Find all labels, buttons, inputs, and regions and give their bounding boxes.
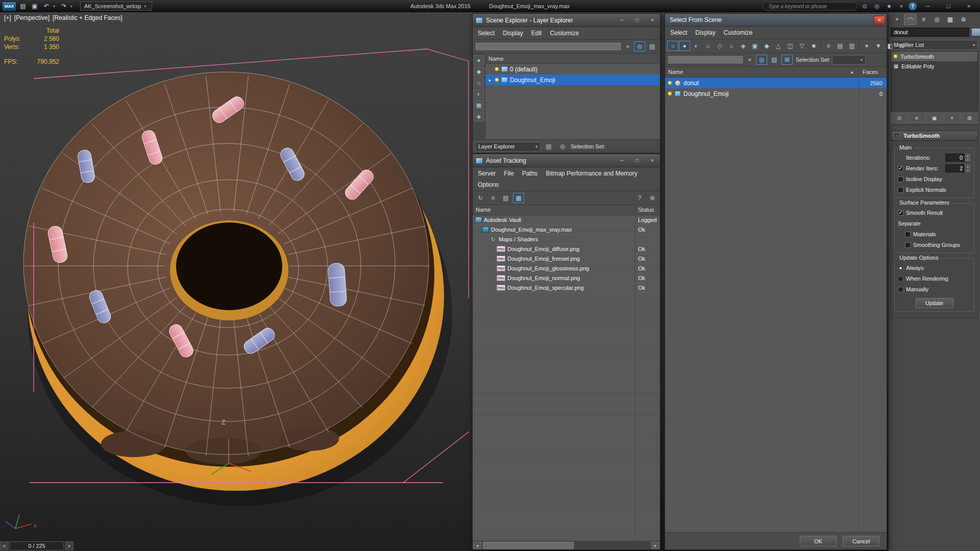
name-column-header[interactable]: Name bbox=[485, 54, 660, 64]
asset-row[interactable]: Autodesk Vault Logged bbox=[473, 215, 660, 225]
visibility-bulb-icon[interactable] bbox=[495, 78, 499, 82]
clear-search-icon[interactable]: × bbox=[745, 55, 754, 64]
filter-containers-icon[interactable]: ◫ bbox=[785, 41, 796, 51]
filter-geometry-icon[interactable]: ● bbox=[474, 55, 484, 65]
explicit-normals-checkbox[interactable] bbox=[898, 187, 903, 193]
layer-list-empty-area[interactable] bbox=[485, 85, 660, 139]
name-column-header[interactable]: Name ▲ bbox=[665, 69, 859, 75]
scene-explorer-search-input[interactable] bbox=[475, 42, 622, 51]
asset-row[interactable]: PNG Doughnut_Emoji_normal.png Ok bbox=[473, 273, 660, 283]
save-icon[interactable]: ▣ bbox=[30, 1, 40, 11]
viewport-shading-menu[interactable]: [Realistic + Edged Faces] bbox=[53, 14, 122, 21]
app-logo[interactable]: MAX bbox=[2, 2, 16, 11]
manually-radio[interactable] bbox=[898, 287, 903, 292]
maximize-button[interactable]: □ bbox=[631, 15, 643, 25]
modify-tab-icon[interactable]: ◠ bbox=[904, 14, 917, 25]
pick-selection-icon[interactable]: ◎ bbox=[557, 141, 568, 152]
filter-xrefs-icon[interactable]: ◆ bbox=[761, 41, 772, 51]
layer-row[interactable]: 0 (default) bbox=[485, 64, 660, 74]
scroll-right-button[interactable]: ▸ bbox=[651, 542, 659, 549]
clear-search-icon[interactable]: × bbox=[623, 42, 632, 51]
update-button[interactable]: Update bbox=[916, 298, 953, 308]
previous-frame-button[interactable]: < bbox=[0, 541, 9, 550]
status-column-header[interactable]: Status bbox=[635, 205, 660, 215]
name-column-header[interactable]: Name bbox=[473, 205, 635, 215]
ok-button[interactable]: OK bbox=[800, 536, 837, 546]
viewport-canvas[interactable]: Z x bbox=[0, 12, 471, 551]
menu-customize[interactable]: Customize bbox=[720, 27, 757, 38]
close-button[interactable]: × bbox=[960, 1, 978, 11]
collapse-rollout-icon[interactable]: − bbox=[894, 133, 900, 139]
asset-row[interactable]: ↻ Maps / Shaders bbox=[473, 235, 660, 244]
filter-spacewarps-icon[interactable]: ◈ bbox=[474, 111, 484, 121]
faces-column-header[interactable]: Faces bbox=[859, 69, 887, 75]
filter-lights-icon[interactable]: ☼ bbox=[474, 78, 484, 88]
grid-view-icon[interactable]: ▦ bbox=[513, 193, 524, 203]
when-rendering-radio[interactable] bbox=[898, 276, 903, 282]
redo-chevron-icon[interactable]: ▾ bbox=[70, 4, 75, 9]
filter-geometry-icon[interactable]: ● bbox=[679, 41, 690, 51]
menu-edit[interactable]: Edit bbox=[527, 28, 546, 39]
column-chooser-icon[interactable]: ◧ bbox=[885, 41, 896, 51]
search-mode-icon[interactable]: ◎ bbox=[756, 55, 767, 65]
detail-view-icon[interactable]: ▥ bbox=[846, 41, 857, 51]
hierarchy-tab-icon[interactable]: ≡ bbox=[917, 14, 930, 25]
communication-center-icon[interactable]: × bbox=[896, 1, 906, 11]
open-file-icon[interactable]: ▤ bbox=[18, 1, 28, 11]
menu-paths[interactable]: Paths bbox=[518, 168, 542, 179]
select-from-scene-titlebar[interactable]: Select From Scene × bbox=[665, 14, 887, 27]
stack-row-turbosmooth[interactable]: TurboSmooth bbox=[891, 52, 977, 61]
find-icon[interactable]: ◎ bbox=[634, 41, 645, 52]
viewport-general-menu[interactable]: [+] bbox=[4, 14, 11, 21]
motion-tab-icon[interactable]: ◎ bbox=[930, 14, 943, 25]
asset-row[interactable]: PNG Doughnut_Emoji_specular.png Ok bbox=[473, 283, 660, 293]
asset-tracking-titlebar[interactable]: Asset Tracking ─ □ × bbox=[473, 154, 660, 167]
asset-row[interactable]: PNG Doughnut_Emoji_frensel.png Ok bbox=[473, 254, 660, 264]
maximize-button[interactable]: □ bbox=[631, 156, 643, 165]
scene-search-input[interactable] bbox=[667, 55, 744, 64]
smooth-result-checkbox[interactable] bbox=[898, 210, 903, 216]
asset-row[interactable]: Doughnut_Emoji_max_vray.max Ok bbox=[473, 225, 660, 235]
stack-row-editable-poly[interactable]: ▦ Editable Poly bbox=[891, 61, 977, 71]
horizontal-scrollbar[interactable]: ◂ ▸ bbox=[473, 541, 660, 549]
render-iters-spinner[interactable]: ▴▾ bbox=[965, 164, 971, 172]
options-gear-icon[interactable]: ⊛ bbox=[647, 193, 658, 203]
always-radio[interactable] bbox=[898, 265, 903, 271]
menu-select[interactable]: Select bbox=[666, 27, 691, 38]
filter-spacewarps-icon[interactable]: ◈ bbox=[738, 41, 749, 51]
donut-3d-model[interactable] bbox=[23, 49, 469, 506]
scroll-left-button[interactable]: ◂ bbox=[473, 542, 481, 549]
redo-icon[interactable]: ↷ bbox=[59, 1, 69, 11]
list-view-icon[interactable]: ≡ bbox=[487, 193, 499, 203]
make-unique-icon[interactable]: ▣ bbox=[926, 113, 943, 123]
menu-select[interactable]: Select bbox=[474, 28, 499, 39]
viewport-pov-menu[interactable]: [Perspective] bbox=[14, 14, 50, 21]
utilities-tab-icon[interactable]: ⊛ bbox=[957, 14, 970, 25]
infocenter-search-input[interactable] bbox=[763, 2, 857, 11]
help-key-icon[interactable]: ? bbox=[634, 193, 645, 203]
menu-server[interactable]: Server bbox=[474, 168, 500, 179]
filter-all-icon[interactable]: ○ bbox=[667, 41, 678, 51]
filter-groups-icon[interactable]: ▣ bbox=[749, 41, 761, 51]
remove-modifier-icon[interactable]: × bbox=[943, 113, 960, 123]
object-row-selected[interactable]: donut 2560 bbox=[665, 78, 887, 88]
undo-icon[interactable]: ↶ bbox=[41, 1, 52, 11]
display-tab-icon[interactable]: ▦ bbox=[944, 14, 957, 25]
columns-view-icon[interactable]: ▤ bbox=[835, 41, 846, 51]
show-end-result-icon[interactable]: ≡ bbox=[908, 113, 925, 123]
layers-icon[interactable]: ▤ bbox=[543, 141, 554, 152]
render-iters-value[interactable]: 2 bbox=[945, 164, 965, 172]
turbosmooth-rollout-header[interactable]: − TurboSmooth bbox=[891, 131, 978, 141]
help-icon[interactable]: ? bbox=[909, 2, 917, 10]
close-button[interactable]: × bbox=[874, 16, 885, 24]
scrollbar-thumb[interactable] bbox=[483, 542, 574, 549]
object-row[interactable]: Doughnut_Emoji 0 bbox=[665, 88, 887, 99]
modifier-bulb-icon[interactable] bbox=[893, 54, 898, 59]
filter-helpers-icon[interactable]: ▦ bbox=[474, 100, 484, 110]
isoline-display-checkbox[interactable] bbox=[898, 177, 903, 182]
undo-chevron-icon[interactable]: ▾ bbox=[53, 4, 57, 9]
iterations-spinner[interactable]: ▴▾ bbox=[965, 154, 971, 162]
filter-cameras-icon[interactable]: ◐ bbox=[474, 89, 484, 99]
cancel-button[interactable]: Cancel bbox=[843, 536, 879, 546]
filter-lights-icon[interactable]: ☼ bbox=[702, 41, 714, 51]
